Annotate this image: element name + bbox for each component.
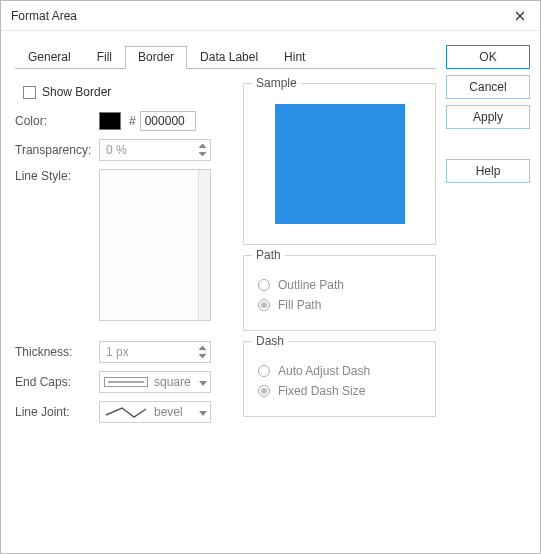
tab-fill[interactable]: Fill bbox=[84, 45, 125, 68]
auto-adjust-dash-radio[interactable]: Auto Adjust Dash bbox=[258, 364, 425, 378]
titlebar: Format Area bbox=[1, 1, 540, 31]
end-caps-combo[interactable]: square bbox=[99, 371, 211, 393]
svg-marker-6 bbox=[199, 381, 207, 386]
tab-data-label[interactable]: Data Label bbox=[187, 45, 271, 68]
path-legend: Path bbox=[252, 248, 285, 262]
fixed-dash-size-radio[interactable]: Fixed Dash Size bbox=[258, 384, 425, 398]
fill-path-label: Fill Path bbox=[278, 298, 321, 312]
end-caps-preview-icon bbox=[104, 377, 148, 387]
fixed-dash-size-label: Fixed Dash Size bbox=[278, 384, 365, 398]
auto-adjust-dash-label: Auto Adjust Dash bbox=[278, 364, 370, 378]
sample-legend: Sample bbox=[252, 76, 301, 90]
svg-marker-4 bbox=[199, 346, 206, 350]
hash-symbol: # bbox=[129, 114, 136, 128]
thickness-value: 1 px bbox=[106, 345, 129, 359]
line-joint-value: bevel bbox=[154, 405, 183, 419]
chevron-down-icon bbox=[199, 375, 207, 389]
chevron-down-icon bbox=[196, 352, 208, 360]
help-button[interactable]: Help bbox=[446, 159, 530, 183]
ok-button[interactable]: OK bbox=[446, 45, 530, 69]
end-caps-label: End Caps: bbox=[15, 375, 99, 389]
sample-swatch bbox=[275, 104, 405, 224]
tab-hint[interactable]: Hint bbox=[271, 45, 318, 68]
tab-border[interactable]: Border bbox=[125, 46, 187, 69]
svg-marker-2 bbox=[199, 144, 206, 148]
chevron-up-icon bbox=[196, 344, 208, 352]
color-swatch[interactable] bbox=[99, 112, 121, 130]
outline-path-radio[interactable]: Outline Path bbox=[258, 278, 425, 292]
chevron-down-icon bbox=[199, 405, 207, 419]
fill-path-radio[interactable]: Fill Path bbox=[258, 298, 425, 312]
outline-path-label: Outline Path bbox=[278, 278, 344, 292]
close-icon bbox=[515, 11, 525, 21]
radio-icon bbox=[258, 365, 270, 377]
line-joint-combo[interactable]: bevel bbox=[99, 401, 211, 423]
transparency-spinner[interactable]: 0 % bbox=[99, 139, 211, 161]
dash-group: Dash Auto Adjust Dash Fixed Dash Size bbox=[243, 341, 436, 417]
tab-bar: General Fill Border Data Label Hint bbox=[15, 45, 436, 69]
radio-icon bbox=[258, 279, 270, 291]
cancel-button[interactable]: Cancel bbox=[446, 75, 530, 99]
dialog-title: Format Area bbox=[11, 9, 77, 23]
thickness-spinner[interactable]: 1 px bbox=[99, 341, 211, 363]
svg-marker-5 bbox=[199, 354, 206, 358]
close-button[interactable] bbox=[508, 4, 532, 28]
transparency-value: 0 % bbox=[106, 143, 127, 157]
line-style-label: Line Style: bbox=[15, 169, 99, 183]
sample-group: Sample bbox=[243, 83, 436, 245]
checkbox-icon bbox=[23, 86, 36, 99]
svg-marker-7 bbox=[199, 411, 207, 416]
apply-button[interactable]: Apply bbox=[446, 105, 530, 129]
scrollbar[interactable] bbox=[198, 170, 210, 320]
thickness-label: Thickness: bbox=[15, 345, 99, 359]
tab-general[interactable]: General bbox=[15, 45, 84, 68]
chevron-up-icon bbox=[196, 142, 208, 150]
format-area-dialog: Format Area General Fill Border Data Lab… bbox=[0, 0, 541, 554]
color-hex-input[interactable] bbox=[140, 111, 196, 131]
dash-legend: Dash bbox=[252, 334, 288, 348]
line-style-list[interactable] bbox=[99, 169, 211, 321]
show-border-label: Show Border bbox=[42, 85, 111, 99]
svg-marker-3 bbox=[199, 152, 206, 156]
show-border-checkbox[interactable]: Show Border bbox=[23, 85, 231, 99]
radio-icon bbox=[258, 299, 270, 311]
path-group: Path Outline Path Fill Path bbox=[243, 255, 436, 331]
line-joint-preview-icon bbox=[104, 405, 148, 419]
line-joint-label: Line Joint: bbox=[15, 405, 99, 419]
color-label: Color: bbox=[15, 114, 99, 128]
radio-icon bbox=[258, 385, 270, 397]
transparency-label: Transparency: bbox=[15, 143, 99, 157]
end-caps-value: square bbox=[154, 375, 191, 389]
chevron-down-icon bbox=[196, 150, 208, 158]
